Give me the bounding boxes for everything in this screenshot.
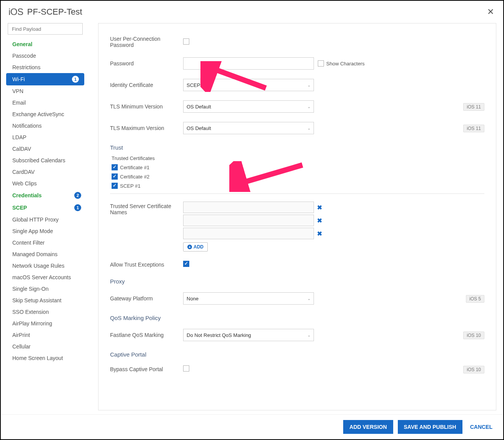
trusted-cert-label: SCEP #1 — [120, 183, 140, 189]
captive-section-title: Captive Portal — [110, 346, 484, 361]
add-version-button[interactable]: ADD VERSION — [343, 420, 393, 434]
tls-min-label: TLS Minimum Version — [110, 103, 183, 110]
sidebar-item-credentials[interactable]: Credentials2 — [4, 189, 87, 202]
sidebar-item-vpn[interactable]: VPN — [4, 85, 87, 97]
chevron-down-icon: ⌄ — [307, 297, 310, 301]
trust-section-title: Trust — [110, 139, 484, 154]
sidebar-item-scep[interactable]: SCEP1 — [4, 202, 87, 214]
sidebar-list[interactable]: GeneralPasscodeRestrictionsWi-Fi1VPNEmai… — [4, 38, 87, 414]
sidebar-item-label: Cellular — [12, 343, 30, 350]
user-per-conn-pw-checkbox[interactable] — [183, 38, 189, 45]
sidebar-item-label: Notifications — [12, 123, 42, 129]
server-name-input-3[interactable] — [183, 228, 314, 239]
sidebar-item-label: Network Usage Rules — [12, 263, 64, 269]
show-characters-checkbox[interactable] — [318, 60, 324, 67]
gateway-platform-select[interactable]: None ⌄ — [183, 292, 314, 305]
sidebar-item-managed-domains[interactable]: Managed Domains — [4, 248, 87, 260]
sidebar-item-global-http-proxy[interactable]: Global HTTP Proxy — [4, 214, 87, 225]
sidebar-item-wi-fi[interactable]: Wi-Fi1 — [6, 73, 84, 85]
content-wrap: User Per-Connection Password Password Sh… — [87, 23, 500, 414]
cancel-button[interactable]: CANCEL — [467, 420, 496, 434]
sidebar-item-label: General — [12, 41, 32, 47]
identity-cert-value: SCEP #1 — [187, 82, 207, 88]
save-and-publish-button[interactable]: SAVE AND PUBLISH — [398, 420, 462, 434]
allow-trust-exceptions-checkbox[interactable] — [183, 261, 189, 267]
trusted-server-names-label: Trusted Server Certificate Names — [110, 202, 183, 215]
modal-body: GeneralPasscodeRestrictionsWi-Fi1VPNEmai… — [1, 23, 503, 414]
chevron-down-icon: ⌄ — [307, 105, 310, 109]
sidebar-item-web-clips[interactable]: Web Clips — [4, 178, 87, 189]
close-icon: ✕ — [487, 7, 494, 17]
search-input[interactable] — [8, 23, 83, 35]
sidebar-item-skip-setup-assistant[interactable]: Skip Setup Assistant — [4, 295, 87, 306]
sidebar-item-network-usage-rules[interactable]: Network Usage Rules — [4, 260, 87, 272]
sidebar-item-content-filter[interactable]: Content Filter — [4, 237, 87, 248]
add-label: ADD — [194, 244, 204, 250]
sidebar-item-cellular[interactable]: Cellular — [4, 341, 87, 352]
sidebar-item-ldap[interactable]: LDAP — [4, 132, 87, 143]
sidebar-item-email[interactable]: Email — [4, 97, 87, 108]
show-characters-label: Show Characters — [326, 61, 365, 67]
sidebar-item-airprint[interactable]: AirPrint — [4, 329, 87, 341]
sidebar-item-single-sign-on[interactable]: Single Sign-On — [4, 283, 87, 295]
password-input[interactable] — [183, 57, 314, 70]
sidebar-item-restrictions[interactable]: Restrictions — [4, 62, 87, 73]
sidebar-item-sso-extension[interactable]: SSO Extension — [4, 306, 87, 318]
sidebar-item-carddav[interactable]: CardDAV — [4, 166, 87, 178]
close-button[interactable]: ✕ — [486, 5, 496, 18]
user-per-conn-pw-label: User Per-Connection Password — [110, 36, 183, 48]
sidebar-item-label: Restrictions — [12, 64, 40, 70]
tls-max-label: TLS Maximum Version — [110, 125, 183, 131]
sidebar-item-airplay-mirroring[interactable]: AirPlay Mirroring — [4, 318, 87, 329]
sidebar-item-label: Passcode — [12, 53, 36, 59]
sidebar-item-label: Email — [12, 100, 26, 106]
sidebar-item-label: SCEP — [12, 205, 27, 211]
trusted-cert-row: Certificate #2 — [112, 172, 484, 181]
sidebar-item-home-screen-layout[interactable]: Home Screen Layout — [4, 352, 87, 364]
sidebar-item-exchange-activesync[interactable]: Exchange ActiveSync — [4, 108, 87, 120]
tls-min-select[interactable]: OS Default ⌄ — [183, 100, 314, 113]
chevron-down-icon: ⌄ — [307, 333, 310, 337]
sidebar-item-label: CalDAV — [12, 146, 31, 152]
fastlane-tag: iOS 10 — [463, 332, 484, 339]
sidebar-item-single-app-mode[interactable]: Single App Mode — [4, 225, 87, 237]
sidebar-item-label: Exchange ActiveSync — [12, 111, 64, 117]
sidebar-item-label: macOS Server Accounts — [12, 274, 71, 280]
sidebar-item-general[interactable]: General — [4, 38, 87, 50]
sidebar-item-label: Wi-Fi — [12, 76, 25, 82]
platform-label: iOS — [8, 7, 23, 17]
sidebar-item-label: CardDAV — [12, 169, 35, 175]
sidebar-item-label: VPN — [12, 88, 23, 94]
trusted-cert-checkbox[interactable] — [112, 164, 118, 170]
sidebar-item-caldav[interactable]: CalDAV — [4, 143, 87, 155]
trusted-cert-checkbox[interactable] — [112, 183, 118, 189]
sidebar-item-label: Home Screen Layout — [12, 355, 63, 361]
identity-cert-select[interactable]: SCEP #1 ⌄ — [183, 79, 314, 91]
sidebar-item-label: Subscribed Calendars — [12, 157, 65, 163]
sidebar-item-subscribed-calendars[interactable]: Subscribed Calendars — [4, 155, 87, 166]
sidebar-item-passcode[interactable]: Passcode — [4, 50, 87, 62]
add-server-name-button[interactable]: + ADD — [183, 242, 208, 252]
trusted-cert-checkbox[interactable] — [112, 173, 118, 180]
tls-max-select[interactable]: OS Default ⌄ — [183, 122, 314, 134]
sidebar-item-label: Managed Domains — [12, 251, 58, 257]
wifi-settings-panel[interactable]: User Per-Connection Password Password Sh… — [98, 23, 496, 410]
fastlane-qos-select[interactable]: Do Not Restrict QoS Marking ⌄ — [183, 329, 314, 341]
tls-min-value: OS Default — [187, 104, 211, 110]
divider — [110, 193, 484, 194]
remove-icon[interactable]: ✖ — [317, 217, 322, 224]
trusted-cert-row: Certificate #1 — [112, 163, 484, 172]
trusted-cert-row: SCEP #1 — [112, 181, 484, 190]
modal-footer: ADD VERSION SAVE AND PUBLISH CANCEL — [1, 414, 503, 439]
server-name-input-2[interactable] — [183, 215, 314, 226]
server-name-input-1[interactable] — [183, 202, 314, 213]
remove-icon[interactable]: ✖ — [317, 230, 322, 237]
chevron-down-icon: ⌄ — [307, 126, 310, 130]
sidebar-item-notifications[interactable]: Notifications — [4, 120, 87, 132]
sidebar: GeneralPasscodeRestrictionsWi-Fi1VPNEmai… — [4, 23, 87, 414]
bypass-captive-checkbox[interactable] — [183, 365, 189, 372]
page-title: PF-SCEP-Test — [27, 7, 82, 17]
allow-trust-exceptions-label: Allow Trust Exceptions — [110, 262, 183, 268]
remove-icon[interactable]: ✖ — [317, 204, 322, 211]
sidebar-item-macos-server-accounts[interactable]: macOS Server Accounts — [4, 272, 87, 283]
